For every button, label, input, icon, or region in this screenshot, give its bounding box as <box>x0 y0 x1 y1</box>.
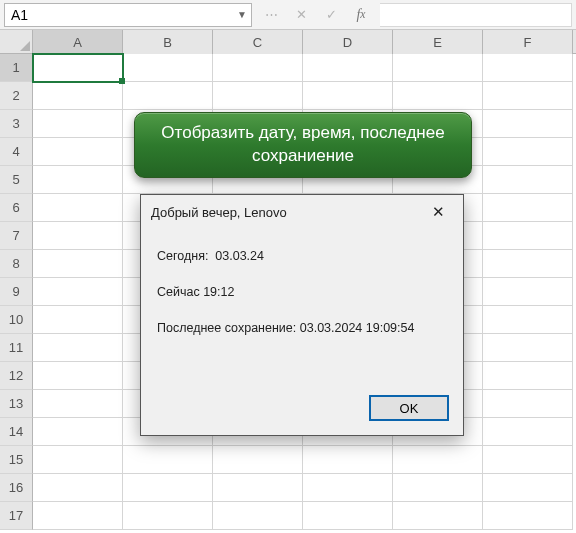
cell[interactable] <box>303 82 393 110</box>
cell[interactable] <box>483 334 573 362</box>
cell[interactable] <box>483 446 573 474</box>
cell[interactable] <box>483 418 573 446</box>
formula-bar-icons: ⋯ ✕ ✓ fx <box>256 3 376 27</box>
cell[interactable] <box>303 54 393 82</box>
cell[interactable] <box>33 278 123 306</box>
now-line: Сейчас 19:12 <box>157 285 447 299</box>
cell[interactable] <box>33 54 123 82</box>
cell[interactable] <box>123 82 213 110</box>
cell[interactable] <box>483 278 573 306</box>
last-save-value: 03.03.2024 19:09:54 <box>300 321 415 335</box>
grid-row: 1 <box>0 54 576 82</box>
cell[interactable] <box>33 138 123 166</box>
cell[interactable] <box>303 446 393 474</box>
cell[interactable] <box>33 194 123 222</box>
row-header[interactable]: 3 <box>0 110 33 138</box>
ok-button[interactable]: OK <box>369 395 449 421</box>
name-box[interactable]: A1 ▼ <box>4 3 252 27</box>
row-header[interactable]: 14 <box>0 418 33 446</box>
row-header[interactable]: 7 <box>0 222 33 250</box>
today-line: Сегодня: 03.03.24 <box>157 249 447 263</box>
row-header[interactable]: 4 <box>0 138 33 166</box>
formula-input[interactable] <box>380 3 572 27</box>
column-header[interactable]: A <box>33 30 123 54</box>
cell[interactable] <box>33 502 123 530</box>
close-button[interactable]: ✕ <box>423 199 453 225</box>
cell[interactable] <box>303 502 393 530</box>
close-icon: ✕ <box>432 203 445 221</box>
cell[interactable] <box>123 502 213 530</box>
cell[interactable] <box>33 222 123 250</box>
message-dialog: Добрый вечер, Lenovo ✕ Сегодня: 03.03.24… <box>140 194 464 436</box>
row-header[interactable]: 15 <box>0 446 33 474</box>
cell[interactable] <box>483 502 573 530</box>
cell[interactable] <box>483 222 573 250</box>
name-box-dropdown-icon[interactable]: ▼ <box>237 9 247 20</box>
dialog-body: Сегодня: 03.03.24 Сейчас 19:12 Последнее… <box>141 229 463 367</box>
row-header[interactable]: 17 <box>0 502 33 530</box>
cell[interactable] <box>213 474 303 502</box>
cell[interactable] <box>483 166 573 194</box>
cell[interactable] <box>213 502 303 530</box>
cell[interactable] <box>483 54 573 82</box>
cell[interactable] <box>303 474 393 502</box>
row-header[interactable]: 16 <box>0 474 33 502</box>
cell[interactable] <box>213 54 303 82</box>
cell[interactable] <box>33 250 123 278</box>
cell[interactable] <box>33 166 123 194</box>
cell[interactable] <box>33 474 123 502</box>
row-header[interactable]: 1 <box>0 54 33 82</box>
grid-row: 16 <box>0 474 576 502</box>
cell[interactable] <box>393 502 483 530</box>
cell[interactable] <box>33 390 123 418</box>
row-header[interactable]: 9 <box>0 278 33 306</box>
cell[interactable] <box>483 390 573 418</box>
row-header[interactable]: 8 <box>0 250 33 278</box>
cell[interactable] <box>123 446 213 474</box>
cell[interactable] <box>33 334 123 362</box>
cell[interactable] <box>483 82 573 110</box>
select-all-corner[interactable] <box>0 30 33 54</box>
cell[interactable] <box>213 446 303 474</box>
cell[interactable] <box>483 362 573 390</box>
cell[interactable] <box>483 474 573 502</box>
cell[interactable] <box>213 82 303 110</box>
row-header[interactable]: 10 <box>0 306 33 334</box>
cell[interactable] <box>33 362 123 390</box>
formula-bar: A1 ▼ ⋯ ✕ ✓ fx <box>0 0 576 30</box>
cell[interactable] <box>483 306 573 334</box>
column-header[interactable]: E <box>393 30 483 54</box>
row-header[interactable]: 13 <box>0 390 33 418</box>
cell[interactable] <box>33 110 123 138</box>
cell[interactable] <box>483 250 573 278</box>
cell[interactable] <box>393 82 483 110</box>
cell[interactable] <box>33 306 123 334</box>
ok-label: OK <box>400 401 419 416</box>
cell[interactable] <box>33 82 123 110</box>
row-header[interactable]: 12 <box>0 362 33 390</box>
cell[interactable] <box>393 474 483 502</box>
today-label: Сегодня: <box>157 249 208 263</box>
fx-icon[interactable]: fx <box>346 3 376 27</box>
column-header[interactable]: C <box>213 30 303 54</box>
cell[interactable] <box>483 138 573 166</box>
column-header[interactable]: F <box>483 30 573 54</box>
column-headers: A B C D E F <box>0 30 576 54</box>
row-header[interactable]: 5 <box>0 166 33 194</box>
column-header[interactable]: D <box>303 30 393 54</box>
cell-reference: A1 <box>11 7 28 23</box>
cell[interactable] <box>483 110 573 138</box>
cell[interactable] <box>393 54 483 82</box>
cell[interactable] <box>483 194 573 222</box>
grid-row: 2 <box>0 82 576 110</box>
cell[interactable] <box>33 446 123 474</box>
show-datetime-button[interactable]: Отобразить дату, время, последнее сохран… <box>134 112 472 178</box>
cell[interactable] <box>123 54 213 82</box>
cell[interactable] <box>123 474 213 502</box>
row-header[interactable]: 11 <box>0 334 33 362</box>
cell[interactable] <box>33 418 123 446</box>
column-header[interactable]: B <box>123 30 213 54</box>
row-header[interactable]: 6 <box>0 194 33 222</box>
row-header[interactable]: 2 <box>0 82 33 110</box>
cell[interactable] <box>393 446 483 474</box>
